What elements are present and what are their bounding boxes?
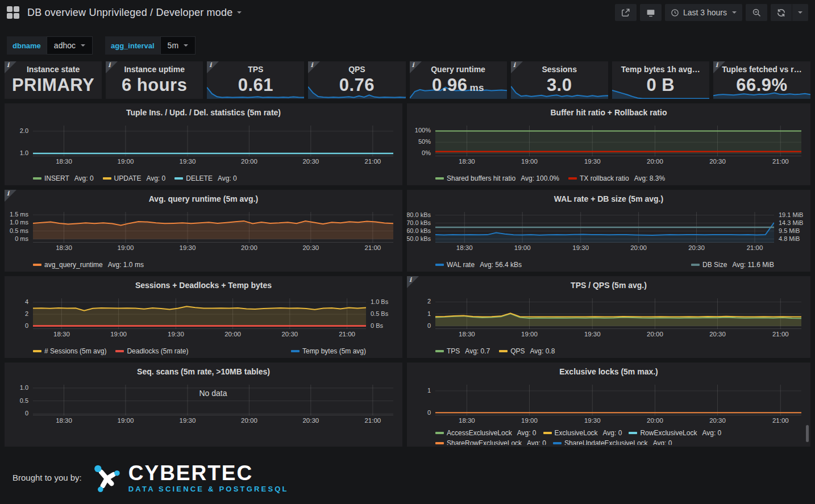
legend-label: AccessExclusiveLock <box>447 429 512 437</box>
panel-info-corner-icon[interactable]: i <box>5 190 16 202</box>
y-axis-right: 19.1 MiB14.3 MiB9.5 MiB4.8 MiB <box>774 212 810 243</box>
panel-info-corner-icon[interactable]: i <box>106 61 118 73</box>
zoom-out-button[interactable] <box>746 4 767 21</box>
panel-title[interactable]: Temp bytes 1h avg… <box>612 61 709 74</box>
stat-value: 0.61 <box>207 75 304 95</box>
variable-agg-interval-select[interactable]: 5m <box>160 36 196 55</box>
panel-title[interactable]: Buffer hit ratio + Rollback ratio <box>407 103 810 117</box>
chart-plot-area[interactable] <box>33 126 393 156</box>
panel-title[interactable]: TPS <box>207 61 304 74</box>
legend-item-temp-bytes-5m-avg[interactable]: Temp bytes (5m avg) <box>291 347 366 355</box>
panel-title[interactable]: Exclusive locks (5m max.) <box>407 363 810 376</box>
panel-title[interactable]: Tuples fetched vs r… <box>713 61 810 74</box>
legend-item-exclusivelock[interactable]: ExclusiveLockAvg: 0 <box>543 429 622 437</box>
chart-panel-sessions-deadlocks-temp-bytes: Sessions + Deadlocks + Temp bytes4201.0 … <box>5 276 402 358</box>
legend-label: TPS <box>447 347 460 355</box>
legend-item-accessexclusivelock[interactable]: AccessExclusiveLockAvg: 0 <box>435 429 537 437</box>
legend-item-shareupdateexclusivelock[interactable]: ShareUpdateExclusiveLockAvg: 0 <box>553 439 672 445</box>
legend-item-tps[interactable]: TPSAvg: 0.7 <box>435 347 490 355</box>
legend-item-insert[interactable]: INSERTAvg: 0 <box>33 174 94 182</box>
x-tick-label: 20:00 <box>647 158 663 165</box>
dashboard-title[interactable]: DB overview Unprivileged / Developer mod… <box>27 7 232 19</box>
legend-avg: Avg: 0.7 <box>465 347 490 355</box>
legend-label: Deadlocks (5m rate) <box>127 347 188 355</box>
legend-item-delete[interactable]: DELETEAvg: 0 <box>174 174 237 182</box>
variable-dbname-select[interactable]: adhoc <box>47 36 93 55</box>
share-button[interactable] <box>615 4 637 21</box>
panel-title[interactable]: Tuple Ins. / Upd. / Del. statistics (5m … <box>5 103 402 117</box>
legend-avg: Avg: 0 <box>527 439 546 445</box>
chart-panel-tuple-ins-upd-del-statistics-5m-rate: Tuple Ins. / Upd. / Del. statistics (5m … <box>5 103 402 185</box>
chart-plot-area[interactable] <box>33 298 366 329</box>
stat-panel-sessions: iSessions3.0 <box>511 61 608 99</box>
legend-item-shared-buffers-hit-ratio[interactable]: Shared buffers hit ratioAvg: 100.0% <box>435 174 559 182</box>
legend-item-sessions-5m-avg[interactable]: # Sessions (5m avg) <box>33 347 106 355</box>
legend-swatch <box>174 177 183 180</box>
time-range-picker[interactable]: Last 3 hours <box>665 4 742 21</box>
panel-info-corner-icon[interactable]: i <box>407 276 419 288</box>
legend-scrollbar[interactable] <box>806 425 809 442</box>
panel-title[interactable]: Seq. scans (5m rate, >10MB tables) <box>5 363 402 376</box>
refresh-split-button <box>771 4 808 21</box>
y-axis-left: 2.01.0 <box>5 126 33 156</box>
legend-item-sharerowexclusivelock[interactable]: ShareRowExclusiveLockAvg: 0 <box>435 439 546 445</box>
y-axis-left: 1.5 ms1.0 ms0.5 ms0 ms <box>5 212 33 243</box>
chart-legend: AccessExclusiveLockAvg: 0ExclusiveLockAv… <box>435 429 801 445</box>
title-caret-icon[interactable] <box>237 11 242 14</box>
panel-title[interactable]: Instance state <box>5 61 102 74</box>
legend-item-db-size[interactable]: DB SizeAvg: 11.6 MiB <box>691 261 774 269</box>
y-tick-label: 0 <box>25 322 28 329</box>
panel-title[interactable]: QPS <box>308 61 405 74</box>
chart-legend: # Sessions (5m avg)Deadlocks (5m rate)Te… <box>33 347 366 355</box>
chevron-down-icon <box>184 44 188 47</box>
tv-mode-button[interactable] <box>640 4 662 21</box>
chart-plot-area[interactable] <box>435 212 774 243</box>
panel-info-corner-icon[interactable]: i <box>713 61 725 73</box>
legend-item-avg-query-runtime[interactable]: avg_query_runtimeAvg: 1.0 ms <box>33 261 144 269</box>
x-axis: 18:3019:0019:3020:0020:3021:00 <box>33 244 393 253</box>
variable-dbname[interactable]: dbname adhoc <box>7 36 93 55</box>
variable-agg-interval[interactable]: agg_interval 5m <box>105 36 196 55</box>
legend-item-qps[interactable]: QPSAvg: 0.8 <box>499 347 555 355</box>
legend-avg: Avg: 0 <box>218 174 237 182</box>
panel-title[interactable]: Instance uptime <box>106 61 203 74</box>
legend-item-deadlocks-5m-rate[interactable]: Deadlocks (5m rate) <box>115 347 188 355</box>
panel-title[interactable]: WAL rate + DB size (5m avg.) <box>407 190 810 203</box>
y-tick-label: 0 Bs <box>371 322 383 329</box>
y-axis-left: 10 <box>407 385 435 415</box>
panel-info-corner-icon[interactable]: i <box>308 61 320 73</box>
chart-plot-area[interactable] <box>33 212 393 243</box>
dashboard-grid-icon[interactable] <box>7 6 19 19</box>
panel-info-corner-icon[interactable]: i <box>207 61 219 73</box>
panel-title[interactable]: Sessions <box>511 61 608 74</box>
legend-item-rowexclusivelock[interactable]: RowExclusiveLockAvg: 0 <box>629 429 721 437</box>
legend-item-tx-rollback-ratio[interactable]: TX rollback ratioAvg: 8.3% <box>568 174 665 182</box>
refresh-button[interactable] <box>771 4 792 21</box>
panel-info-corner-icon[interactable]: i <box>410 61 422 73</box>
footer: Brought to you by: CYBERTEC DATA SCIENCE… <box>0 447 815 493</box>
panel-title[interactable]: TPS / QPS (5m avg.) <box>407 276 810 290</box>
legend-label: UPDATE <box>114 174 142 182</box>
chart-plot-area[interactable] <box>435 298 801 329</box>
chart-plot-area[interactable] <box>435 385 801 415</box>
legend-item-update[interactable]: UPDATEAvg: 0 <box>103 174 166 182</box>
legend-item-wal-rate[interactable]: WAL rateAvg: 56.4 kBs <box>435 261 522 269</box>
refresh-interval-button[interactable] <box>792 4 808 21</box>
stats-row: iInstance statePRIMARYiInstance uptime6 … <box>5 61 810 99</box>
legend-swatch <box>33 350 41 352</box>
panel-title[interactable]: Avg. query runtime (5m avg.) <box>5 190 402 203</box>
legend-swatch <box>115 350 124 352</box>
panel-info-corner-icon[interactable]: i <box>511 61 523 73</box>
y-tick-label: 80.0 kBs <box>407 211 431 218</box>
panel-info-corner-icon[interactable]: i <box>5 61 16 73</box>
panel-title[interactable]: Query runtime <box>410 61 507 74</box>
x-tick-label: 20:30 <box>688 244 705 251</box>
legend-label: QPS <box>510 347 525 355</box>
y-tick-label: 2 <box>427 298 431 305</box>
chart-plot-area[interactable] <box>435 126 801 156</box>
legend-label: INSERT <box>44 174 69 182</box>
x-tick-label: 19:00 <box>118 417 134 424</box>
x-tick-label: 21:00 <box>772 158 789 165</box>
panel-title[interactable]: Sessions + Deadlocks + Temp bytes <box>5 276 402 290</box>
y-tick-label: 0 <box>25 410 28 416</box>
